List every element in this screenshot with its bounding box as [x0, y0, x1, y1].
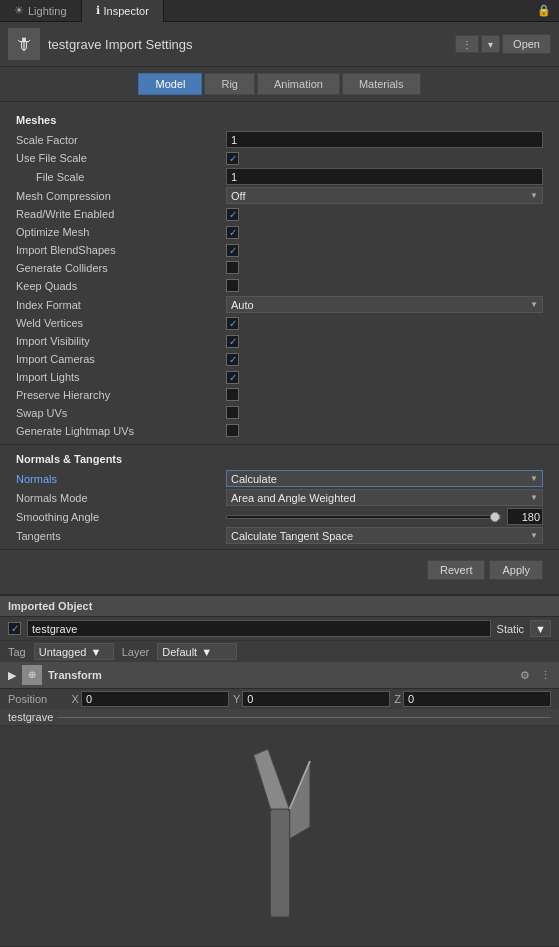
more-btn[interactable]: ▾: [481, 35, 500, 53]
prop-tangents: Tangents Calculate Tangent Space ▼: [0, 526, 559, 545]
value-normals-mode[interactable]: Area and Angle Weighted ▼: [226, 489, 543, 506]
input-smoothing-angle[interactable]: [507, 508, 543, 525]
settings-btn[interactable]: ⋮: [455, 35, 479, 53]
value-scale-factor[interactable]: [226, 131, 543, 148]
prop-generate-colliders: Generate Colliders: [0, 259, 559, 277]
dropdown-index-format[interactable]: Auto ▼: [226, 296, 543, 313]
checkbox-swap-uvs[interactable]: [226, 406, 239, 419]
tab-model[interactable]: Model: [138, 73, 202, 95]
label-normals-mode: Normals Mode: [16, 492, 226, 504]
label-preserve-hierarchy: Preserve Hierarchy: [16, 389, 226, 401]
dropdown-normals-mode[interactable]: Area and Angle Weighted ▼: [226, 489, 543, 506]
value-file-scale[interactable]: [226, 168, 543, 185]
checkbox-import-lights[interactable]: [226, 371, 239, 384]
coord-z: Z: [394, 691, 551, 707]
checkbox-keep-quads[interactable]: [226, 279, 239, 292]
prop-weld-vertices: Weld Vertices: [0, 314, 559, 332]
imported-object-header: Imported Object: [0, 596, 559, 617]
checkbox-import-blendshapes[interactable]: [226, 244, 239, 257]
checkbox-preserve-hierarchy[interactable]: [226, 388, 239, 401]
input-pos-z[interactable]: [403, 691, 551, 707]
value-import-cameras: [226, 353, 543, 366]
action-buttons: Revert Apply: [0, 554, 559, 586]
checkbox-import-visibility[interactable]: [226, 335, 239, 348]
checkbox-weld-vertices[interactable]: [226, 317, 239, 330]
value-normals[interactable]: Calculate ▼: [226, 470, 543, 487]
checkbox-optimize-mesh[interactable]: [226, 226, 239, 239]
gear-icon[interactable]: ⚙: [520, 669, 530, 682]
value-tangents[interactable]: Calculate Tangent Space ▼: [226, 527, 543, 544]
value-keep-quads: [226, 279, 543, 294]
transform-header: ▶ ⊕ Transform ⚙ ⋮: [0, 662, 559, 689]
input-pos-x[interactable]: [81, 691, 229, 707]
revert-button[interactable]: Revert: [427, 560, 485, 580]
label-use-file-scale: Use File Scale: [16, 152, 226, 164]
label-generate-colliders: Generate Colliders: [16, 262, 226, 274]
checkbox-import-cameras[interactable]: [226, 353, 239, 366]
label-keep-quads: Keep Quads: [16, 280, 226, 292]
tab-materials[interactable]: Materials: [342, 73, 421, 95]
apply-button[interactable]: Apply: [489, 560, 543, 580]
tab-inspector[interactable]: ℹ Inspector: [82, 0, 164, 22]
value-swap-uvs: [226, 406, 543, 421]
dropdown-arrow-normals: ▼: [530, 474, 538, 483]
inspector-icon: ℹ: [96, 4, 100, 17]
value-smoothing-angle: [226, 508, 543, 525]
tab-lighting[interactable]: ☀ Lighting: [0, 0, 82, 22]
label-import-visibility: Import Visibility: [16, 335, 226, 347]
value-import-visibility: [226, 335, 543, 348]
asset-title: testgrave Import Settings: [48, 37, 447, 52]
more-icon[interactable]: ⋮: [540, 669, 551, 682]
label-optimize-mesh: Optimize Mesh: [16, 226, 226, 238]
content-area: Meshes Scale Factor Use File Scale File …: [0, 102, 559, 594]
layer-label: Layer: [122, 646, 150, 658]
transform-position-row: Position X Y Z: [0, 689, 559, 709]
input-pos-y[interactable]: [242, 691, 390, 707]
dropdown-mesh-compression[interactable]: Off ▼: [226, 187, 543, 204]
value-generate-lightmap-uvs: [226, 424, 543, 439]
dropdown-tag[interactable]: Untagged ▼: [34, 643, 114, 660]
input-file-scale[interactable]: [226, 168, 543, 185]
prop-mesh-compression: Mesh Compression Off ▼: [0, 186, 559, 205]
dropdown-arrow-normals-mode: ▼: [530, 493, 538, 502]
label-generate-lightmap-uvs: Generate Lightmap UVs: [16, 425, 226, 437]
dropdown-arrow-layer: ▼: [201, 646, 212, 658]
dropdown-arrow-tag: ▼: [90, 646, 101, 658]
prop-normals-mode: Normals Mode Area and Angle Weighted ▼: [0, 488, 559, 507]
value-weld-vertices: [226, 317, 543, 330]
open-button[interactable]: Open: [502, 34, 551, 54]
checkbox-generate-colliders[interactable]: [226, 261, 239, 274]
value-preserve-hierarchy: [226, 388, 543, 403]
dropdown-normals[interactable]: Calculate ▼: [226, 470, 543, 487]
y-label: Y: [233, 693, 240, 705]
prop-keep-quads: Keep Quads: [0, 277, 559, 295]
tab-rig[interactable]: Rig: [204, 73, 255, 95]
dropdown-arrow-mesh-compression: ▼: [530, 191, 538, 200]
inspector-header: 🗡 testgrave Import Settings ⋮ ▾ Open: [0, 22, 559, 67]
dropdown-tangents[interactable]: Calculate Tangent Space ▼: [226, 527, 543, 544]
tag-layer-row: Tag Untagged ▼ Layer Default ▼: [0, 641, 559, 662]
checkbox-use-file-scale[interactable]: [226, 152, 239, 165]
value-import-lights: [226, 371, 543, 384]
dropdown-layer[interactable]: Default ▼: [157, 643, 237, 660]
input-object-name[interactable]: [27, 620, 491, 637]
tab-animation[interactable]: Animation: [257, 73, 340, 95]
slider-smoothing-angle: [226, 508, 543, 525]
divider-1: [0, 444, 559, 445]
label-weld-vertices: Weld Vertices: [16, 317, 226, 329]
checkbox-object-active[interactable]: [8, 622, 21, 635]
checkbox-generate-lightmap-uvs[interactable]: [226, 424, 239, 437]
value-use-file-scale: [226, 152, 543, 165]
checkbox-read-write[interactable]: [226, 208, 239, 221]
object-name-banner: testgrave: [0, 709, 559, 726]
tab-bar: ☀ Lighting ℹ Inspector 🔒: [0, 0, 559, 22]
normals-tangents-heading: Normals & Tangents: [0, 449, 559, 469]
prop-swap-uvs: Swap UVs: [0, 404, 559, 422]
value-index-format[interactable]: Auto ▼: [226, 296, 543, 313]
slider-thumb-smoothing-angle[interactable]: [490, 512, 500, 522]
dropdown-static[interactable]: ▼: [530, 620, 551, 637]
label-index-format: Index Format: [16, 299, 226, 311]
slider-track-smoothing-angle[interactable]: [226, 515, 501, 519]
value-mesh-compression[interactable]: Off ▼: [226, 187, 543, 204]
input-scale-factor[interactable]: [226, 131, 543, 148]
